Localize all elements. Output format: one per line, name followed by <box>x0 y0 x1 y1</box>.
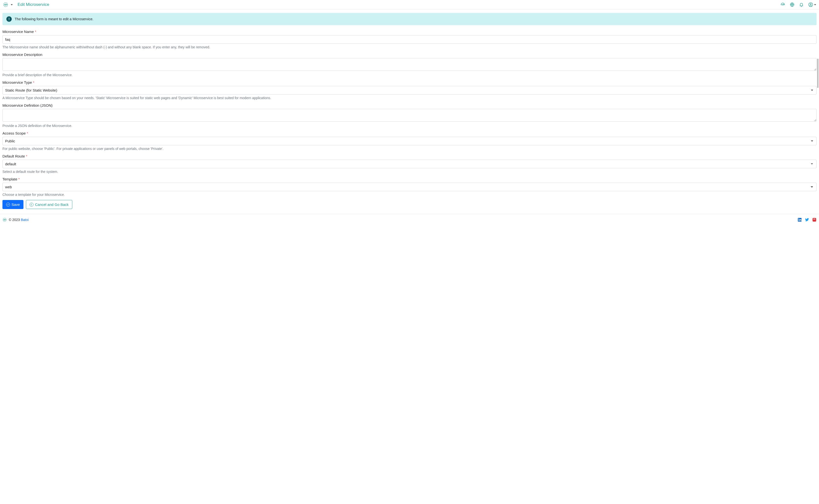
description-help: Provide a brief description of the Micro… <box>2 73 817 77</box>
mastodon-icon[interactable] <box>812 218 817 222</box>
footer: © 2023 Batoi <box>0 214 819 225</box>
dashboard-icon[interactable] <box>780 2 785 7</box>
topbar: Edit Microservice <box>0 0 819 10</box>
description-textarea[interactable] <box>2 58 817 71</box>
type-label: Microservice Type * <box>2 80 817 84</box>
svg-point-4 <box>810 4 811 5</box>
footer-copyright: © 2023 Batoi <box>9 218 29 222</box>
check-icon <box>6 203 10 207</box>
back-arrow-icon <box>30 203 33 207</box>
brand-logo-icon[interactable] <box>3 2 8 7</box>
description-label: Microservice Description <box>2 53 817 57</box>
svg-rect-9 <box>813 218 816 222</box>
definition-help: Provide a JSON definition of the Microse… <box>2 124 817 128</box>
definition-textarea[interactable] <box>2 109 817 122</box>
template-help: Choose a template for your Microservice. <box>2 193 817 197</box>
svg-point-1 <box>783 5 783 5</box>
type-help: A Microservice Type should be chosen bas… <box>2 96 817 100</box>
name-input[interactable] <box>2 35 817 44</box>
default-route-help: Select a default route for the system. <box>2 170 817 174</box>
name-label: Microservice Name * <box>2 30 817 34</box>
default-route-label: Default Route * <box>2 154 817 158</box>
cancel-button[interactable]: Cancel and Go Back <box>26 200 72 209</box>
footer-brand-link[interactable]: Batoi <box>21 218 29 222</box>
user-menu[interactable] <box>808 2 816 7</box>
page-title: Edit Microservice <box>18 2 49 7</box>
user-menu-caret-icon <box>814 4 816 5</box>
footer-logo-icon <box>2 218 7 222</box>
svg-point-8 <box>798 218 799 219</box>
brand-menu-caret-icon[interactable] <box>11 4 13 5</box>
svg-point-3 <box>809 3 813 7</box>
access-scope-select[interactable]: Public <box>2 137 817 145</box>
definition-label: Microservice Definition (JSON) <box>2 103 817 107</box>
info-alert: ! The following form is meant to edit a … <box>2 13 817 25</box>
scrollbar-thumb[interactable] <box>817 59 819 88</box>
name-help: The Microservice name should be alphanum… <box>2 45 817 49</box>
twitter-icon[interactable] <box>805 218 809 222</box>
user-circle-icon <box>808 2 813 7</box>
linkedin-icon[interactable] <box>798 218 802 222</box>
bell-icon[interactable] <box>799 2 804 7</box>
template-select[interactable]: web <box>2 183 817 191</box>
main-content: ! The following form is meant to edit a … <box>0 10 819 214</box>
save-button[interactable]: Save <box>2 200 23 209</box>
info-alert-text: The following form is meant to edit a Mi… <box>15 17 93 21</box>
info-icon: ! <box>6 16 12 22</box>
globe-icon[interactable] <box>790 2 795 7</box>
type-select[interactable]: Static Route (for Static Website) <box>2 86 817 95</box>
template-label: Template * <box>2 177 817 181</box>
access-scope-help: For public website, choose 'Public'. For… <box>2 147 817 151</box>
default-route-select[interactable]: default <box>2 160 817 168</box>
svg-rect-7 <box>798 219 799 221</box>
access-scope-label: Access Scope * <box>2 131 817 135</box>
